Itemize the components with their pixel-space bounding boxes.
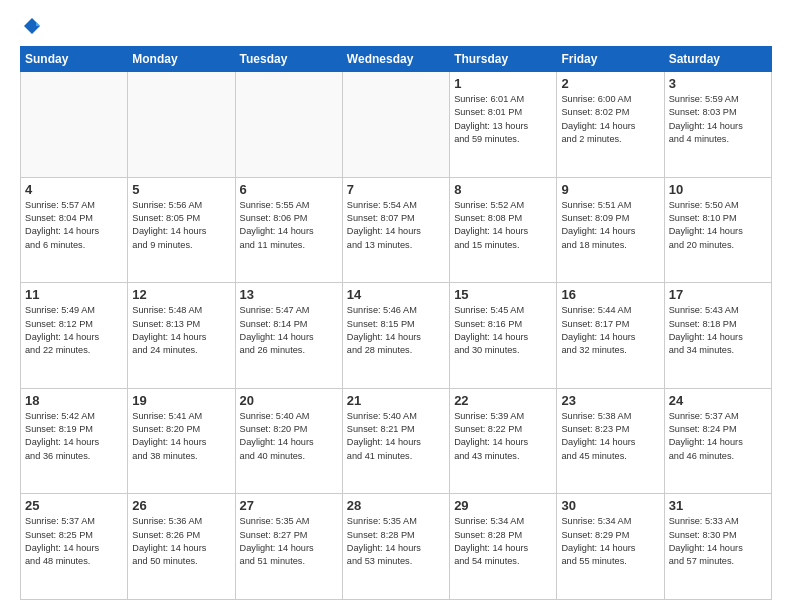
day-number: 29 bbox=[454, 498, 552, 513]
day-info: Sunrise: 5:57 AM Sunset: 8:04 PM Dayligh… bbox=[25, 199, 123, 252]
day-info: Sunrise: 5:44 AM Sunset: 8:17 PM Dayligh… bbox=[561, 304, 659, 357]
calendar-cell: 13Sunrise: 5:47 AM Sunset: 8:14 PM Dayli… bbox=[235, 283, 342, 389]
day-number: 16 bbox=[561, 287, 659, 302]
day-info: Sunrise: 5:54 AM Sunset: 8:07 PM Dayligh… bbox=[347, 199, 445, 252]
day-number: 21 bbox=[347, 393, 445, 408]
calendar-header-tuesday: Tuesday bbox=[235, 47, 342, 72]
calendar-header-saturday: Saturday bbox=[664, 47, 771, 72]
calendar-cell: 26Sunrise: 5:36 AM Sunset: 8:26 PM Dayli… bbox=[128, 494, 235, 600]
day-info: Sunrise: 5:45 AM Sunset: 8:16 PM Dayligh… bbox=[454, 304, 552, 357]
calendar-cell: 10Sunrise: 5:50 AM Sunset: 8:10 PM Dayli… bbox=[664, 177, 771, 283]
logo-icon bbox=[22, 16, 42, 36]
day-info: Sunrise: 5:37 AM Sunset: 8:24 PM Dayligh… bbox=[669, 410, 767, 463]
calendar-cell: 3Sunrise: 5:59 AM Sunset: 8:03 PM Daylig… bbox=[664, 72, 771, 178]
day-info: Sunrise: 5:42 AM Sunset: 8:19 PM Dayligh… bbox=[25, 410, 123, 463]
day-number: 12 bbox=[132, 287, 230, 302]
header bbox=[20, 16, 772, 36]
day-number: 18 bbox=[25, 393, 123, 408]
day-info: Sunrise: 5:40 AM Sunset: 8:20 PM Dayligh… bbox=[240, 410, 338, 463]
day-number: 17 bbox=[669, 287, 767, 302]
calendar-cell: 9Sunrise: 5:51 AM Sunset: 8:09 PM Daylig… bbox=[557, 177, 664, 283]
calendar-table: SundayMondayTuesdayWednesdayThursdayFrid… bbox=[20, 46, 772, 600]
calendar-header-monday: Monday bbox=[128, 47, 235, 72]
calendar-header-thursday: Thursday bbox=[450, 47, 557, 72]
day-number: 22 bbox=[454, 393, 552, 408]
day-number: 20 bbox=[240, 393, 338, 408]
calendar-cell: 16Sunrise: 5:44 AM Sunset: 8:17 PM Dayli… bbox=[557, 283, 664, 389]
day-number: 7 bbox=[347, 182, 445, 197]
calendar-cell: 5Sunrise: 5:56 AM Sunset: 8:05 PM Daylig… bbox=[128, 177, 235, 283]
calendar-cell bbox=[128, 72, 235, 178]
calendar-week-1: 4Sunrise: 5:57 AM Sunset: 8:04 PM Daylig… bbox=[21, 177, 772, 283]
calendar-cell: 20Sunrise: 5:40 AM Sunset: 8:20 PM Dayli… bbox=[235, 388, 342, 494]
calendar-cell: 6Sunrise: 5:55 AM Sunset: 8:06 PM Daylig… bbox=[235, 177, 342, 283]
day-info: Sunrise: 5:51 AM Sunset: 8:09 PM Dayligh… bbox=[561, 199, 659, 252]
calendar-cell: 2Sunrise: 6:00 AM Sunset: 8:02 PM Daylig… bbox=[557, 72, 664, 178]
calendar-cell: 14Sunrise: 5:46 AM Sunset: 8:15 PM Dayli… bbox=[342, 283, 449, 389]
day-number: 23 bbox=[561, 393, 659, 408]
day-number: 2 bbox=[561, 76, 659, 91]
day-number: 26 bbox=[132, 498, 230, 513]
calendar-cell bbox=[21, 72, 128, 178]
day-info: Sunrise: 5:49 AM Sunset: 8:12 PM Dayligh… bbox=[25, 304, 123, 357]
day-number: 31 bbox=[669, 498, 767, 513]
day-number: 28 bbox=[347, 498, 445, 513]
calendar-cell: 19Sunrise: 5:41 AM Sunset: 8:20 PM Dayli… bbox=[128, 388, 235, 494]
day-info: Sunrise: 5:52 AM Sunset: 8:08 PM Dayligh… bbox=[454, 199, 552, 252]
calendar-cell: 11Sunrise: 5:49 AM Sunset: 8:12 PM Dayli… bbox=[21, 283, 128, 389]
day-info: Sunrise: 5:55 AM Sunset: 8:06 PM Dayligh… bbox=[240, 199, 338, 252]
day-number: 11 bbox=[25, 287, 123, 302]
day-info: Sunrise: 5:36 AM Sunset: 8:26 PM Dayligh… bbox=[132, 515, 230, 568]
calendar-header-wednesday: Wednesday bbox=[342, 47, 449, 72]
day-number: 13 bbox=[240, 287, 338, 302]
day-number: 14 bbox=[347, 287, 445, 302]
day-number: 9 bbox=[561, 182, 659, 197]
calendar-cell: 8Sunrise: 5:52 AM Sunset: 8:08 PM Daylig… bbox=[450, 177, 557, 283]
day-number: 27 bbox=[240, 498, 338, 513]
day-info: Sunrise: 5:39 AM Sunset: 8:22 PM Dayligh… bbox=[454, 410, 552, 463]
calendar-cell: 31Sunrise: 5:33 AM Sunset: 8:30 PM Dayli… bbox=[664, 494, 771, 600]
calendar-cell bbox=[235, 72, 342, 178]
day-info: Sunrise: 5:40 AM Sunset: 8:21 PM Dayligh… bbox=[347, 410, 445, 463]
day-info: Sunrise: 5:43 AM Sunset: 8:18 PM Dayligh… bbox=[669, 304, 767, 357]
calendar-week-4: 25Sunrise: 5:37 AM Sunset: 8:25 PM Dayli… bbox=[21, 494, 772, 600]
calendar-cell: 12Sunrise: 5:48 AM Sunset: 8:13 PM Dayli… bbox=[128, 283, 235, 389]
day-info: Sunrise: 6:00 AM Sunset: 8:02 PM Dayligh… bbox=[561, 93, 659, 146]
day-number: 19 bbox=[132, 393, 230, 408]
day-info: Sunrise: 5:59 AM Sunset: 8:03 PM Dayligh… bbox=[669, 93, 767, 146]
day-number: 10 bbox=[669, 182, 767, 197]
day-info: Sunrise: 5:33 AM Sunset: 8:30 PM Dayligh… bbox=[669, 515, 767, 568]
day-info: Sunrise: 5:37 AM Sunset: 8:25 PM Dayligh… bbox=[25, 515, 123, 568]
day-info: Sunrise: 5:46 AM Sunset: 8:15 PM Dayligh… bbox=[347, 304, 445, 357]
calendar-cell: 27Sunrise: 5:35 AM Sunset: 8:27 PM Dayli… bbox=[235, 494, 342, 600]
day-info: Sunrise: 5:35 AM Sunset: 8:27 PM Dayligh… bbox=[240, 515, 338, 568]
day-number: 5 bbox=[132, 182, 230, 197]
calendar-cell: 1Sunrise: 6:01 AM Sunset: 8:01 PM Daylig… bbox=[450, 72, 557, 178]
day-info: Sunrise: 5:50 AM Sunset: 8:10 PM Dayligh… bbox=[669, 199, 767, 252]
calendar-header-sunday: Sunday bbox=[21, 47, 128, 72]
day-info: Sunrise: 5:38 AM Sunset: 8:23 PM Dayligh… bbox=[561, 410, 659, 463]
day-number: 6 bbox=[240, 182, 338, 197]
day-number: 8 bbox=[454, 182, 552, 197]
calendar-cell: 28Sunrise: 5:35 AM Sunset: 8:28 PM Dayli… bbox=[342, 494, 449, 600]
calendar-cell: 17Sunrise: 5:43 AM Sunset: 8:18 PM Dayli… bbox=[664, 283, 771, 389]
calendar-cell: 23Sunrise: 5:38 AM Sunset: 8:23 PM Dayli… bbox=[557, 388, 664, 494]
calendar-cell: 15Sunrise: 5:45 AM Sunset: 8:16 PM Dayli… bbox=[450, 283, 557, 389]
day-number: 1 bbox=[454, 76, 552, 91]
calendar-cell: 7Sunrise: 5:54 AM Sunset: 8:07 PM Daylig… bbox=[342, 177, 449, 283]
calendar-cell: 22Sunrise: 5:39 AM Sunset: 8:22 PM Dayli… bbox=[450, 388, 557, 494]
day-info: Sunrise: 5:34 AM Sunset: 8:29 PM Dayligh… bbox=[561, 515, 659, 568]
day-number: 15 bbox=[454, 287, 552, 302]
page: SundayMondayTuesdayWednesdayThursdayFrid… bbox=[0, 0, 792, 612]
logo bbox=[20, 16, 42, 36]
calendar-cell: 25Sunrise: 5:37 AM Sunset: 8:25 PM Dayli… bbox=[21, 494, 128, 600]
calendar-week-0: 1Sunrise: 6:01 AM Sunset: 8:01 PM Daylig… bbox=[21, 72, 772, 178]
calendar-cell: 30Sunrise: 5:34 AM Sunset: 8:29 PM Dayli… bbox=[557, 494, 664, 600]
day-info: Sunrise: 5:35 AM Sunset: 8:28 PM Dayligh… bbox=[347, 515, 445, 568]
calendar-cell: 21Sunrise: 5:40 AM Sunset: 8:21 PM Dayli… bbox=[342, 388, 449, 494]
day-info: Sunrise: 5:56 AM Sunset: 8:05 PM Dayligh… bbox=[132, 199, 230, 252]
day-number: 30 bbox=[561, 498, 659, 513]
calendar-header-row: SundayMondayTuesdayWednesdayThursdayFrid… bbox=[21, 47, 772, 72]
day-info: Sunrise: 5:47 AM Sunset: 8:14 PM Dayligh… bbox=[240, 304, 338, 357]
day-info: Sunrise: 6:01 AM Sunset: 8:01 PM Dayligh… bbox=[454, 93, 552, 146]
